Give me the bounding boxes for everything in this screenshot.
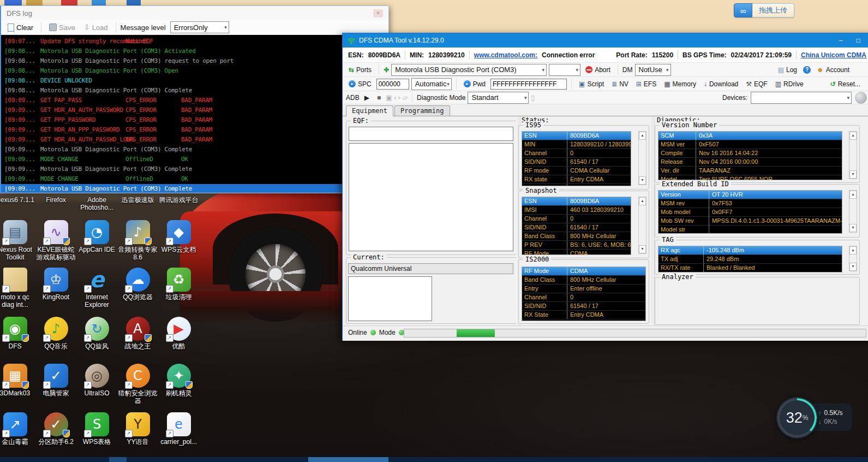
table-row[interactable]: Band Class800 MHz Cellular [522,276,645,285]
table-row[interactable]: EntryEnter offline [522,285,645,293]
current-listbox[interactable] [348,276,432,321]
table-row[interactable]: P REVBS: 6, USE: 6, MOB: 6 [522,241,631,250]
abort-button[interactable]: Abort [583,65,613,75]
carrier-link[interactable]: China Unicom CDMA [801,51,866,59]
cdmatool-link[interactable]: www.cdmatool.com: [474,51,537,59]
log-output[interactable]: [09:07...Update DFS strongly recommended… [1,35,388,193]
desktop-shortcut[interactable]: ✓↗电脑管家 [35,364,76,405]
drag-upload-button[interactable]: ∞ 拖拽上传 [734,3,794,17]
current-value-field[interactable]: Qualcomm Universal [348,263,513,274]
log-entry[interactable]: [09:09...Motorola USB Diagnostic Port (C… [1,145,388,155]
desktop-shortcut[interactable]: ▤↗Nexus Root Toolkit [0,220,35,261]
tag-scrollbar[interactable]: ▲▼ [849,246,857,271]
log-entry[interactable]: [09:09...GET HDR_AN_AUTH_PASSWD_LONGCPS_… [1,135,388,145]
desktop-shortcut[interactable]: ♪↗QQ音乐 [35,317,76,350]
ports-button[interactable]: ⇆ Ports [346,65,374,75]
adb-play-button[interactable]: ▶ [362,93,372,103]
desktop-shortcut[interactable]: ☁↗QQ浏览器 [117,268,158,309]
reset-button[interactable]: ↺ Reset... [828,79,863,89]
desktop-shortcut[interactable]: ♻↗垃圾清理 [158,268,199,309]
maximize-button[interactable]: □ [850,35,866,46]
desktop-shortcut[interactable]: Nexus6 7.1.1 [0,194,35,211]
image-icon[interactable]: ▣ [386,94,392,102]
desktop-shortcut[interactable]: ◆↗WPS云文档 [158,220,199,261]
taskbar-item[interactable] [109,457,127,462]
desktop-shortcut[interactable]: ◉↗DFS [0,317,35,350]
table-row[interactable]: CompileNov 16 2016 14:04:22 [659,149,842,158]
message-level-dropdown[interactable]: ErrorsOnly ▾ [170,21,229,33]
table-row[interactable]: RX agc-105.248 dBm [659,246,842,255]
table-row[interactable]: ModelTest SURF QSC 6055 NOR [659,175,842,180]
port-dropdown[interactable]: Motorola USB Diagnostic Port (COM3) ▾ [391,64,547,76]
dm-dropdown[interactable]: NotUse ▾ [635,64,671,76]
table-row[interactable]: ReleaseNov 04 2016 00:00:00 [659,158,842,167]
phone-copy-icon[interactable]: ▱ [403,94,408,102]
table-row[interactable]: MIN1280399210 / 1280399210 [522,140,631,149]
table-row[interactable]: SCM0x3A [659,132,842,140]
desktop-shortcut[interactable]: Firefox [35,194,76,211]
log-entry[interactable]: [09:08...Motorola USB Diagnostic Port (C… [1,86,388,96]
taskbar[interactable] [0,457,868,462]
download-button[interactable]: ↓ Download [701,79,741,89]
rdrive-button[interactable]: ▥ RDrive [773,79,806,89]
log-button[interactable]: ▤ Log [775,65,800,75]
desktop-shortcut[interactable]: Y↗YY语音 [117,412,158,446]
load-button[interactable]: ⇩ Load [81,23,111,32]
desktop-shortcut[interactable]: A↗战地之王 [117,317,158,350]
table-row[interactable]: Band Class800 MHz Cellular [522,232,631,241]
desktop-shortcut[interactable]: 腾讯游戏平台 [158,194,199,211]
table-row[interactable]: SID/NID61540 / 17 [522,223,631,232]
log-window-titlebar[interactable]: DFS log ✕ [1,6,388,20]
table-row[interactable]: ESN8009BD6A [522,132,631,140]
spc-input[interactable] [376,79,409,90]
log-entry[interactable]: [09:09...MODE CHANGEOfflineDOK [1,174,388,184]
pwd-button[interactable]: ▸ Pwd [461,79,488,89]
log-entry[interactable]: [09:09...GET PAP_PASSCPS_ERRORBAD_PARAM [1,96,388,105]
desktop-shortcut[interactable]: 迅雷极速版 [117,194,158,211]
table-row[interactable]: RX/TX rateBlanked / Blanked [659,264,842,273]
devices-dropdown[interactable]: ▾ [751,92,852,104]
version-scrollbar[interactable]: ▲▼ [849,131,857,179]
usage-gauge[interactable]: 32 % [776,397,818,439]
log-entry[interactable]: [09:09...GET HDR_AN_PPP_PASSWORDCPS_ERRO… [1,125,388,135]
table-row[interactable]: RF ModeCDMA [522,250,631,255]
table-row[interactable]: RX stateEntry CDMA [522,175,631,184]
table-row[interactable]: TX adj29.248 dBm [659,255,842,264]
desktop-shortcut[interactable]: ∿↗KEVE眼镜蛇游戏鼠标驱动 [35,220,76,261]
table-row[interactable]: SID/NID61540 / 17 [522,302,645,311]
table-row[interactable]: Channel0 [522,293,645,302]
table-row[interactable]: Channel0 [522,149,631,158]
desktop-shortcut[interactable]: ◎↗UltraISO [76,364,117,405]
desktop-shortcut[interactable]: ↗↗金山毒霸 [0,412,35,446]
adb-stop-button[interactable]: ■ [374,93,384,103]
table-row[interactable]: EntryEnter offline [522,184,631,186]
tab-programming[interactable]: Programming [394,105,450,116]
log-entry[interactable]: [09:09...Motorola USB Diagnostic Port (C… [1,164,388,174]
desktop-shortcut[interactable]: ✓↗分区助手6.2 [35,412,76,446]
desktop-shortcut[interactable]: C↗猎豹安全浏览器 [117,364,158,405]
table-row[interactable]: RF ModeCDMA [522,267,645,276]
eqf-button[interactable]: ⚒ EQF [743,79,770,89]
nv-button[interactable]: ≣ NV [609,79,631,89]
clear-button[interactable]: Clear [4,23,37,32]
panel-splitter[interactable] [650,116,655,325]
table-row[interactable]: IMSI460 03 1280399210 [522,206,631,215]
desktop-shortcut[interactable]: ♔↗KingRoot [35,268,76,309]
undo-redo-icon[interactable]: ‹ › [394,94,400,102]
table-row[interactable]: Model str [659,226,842,234]
spc-button[interactable]: ▸ SPC [346,79,374,89]
cdma-titlebar[interactable]: DFS CDMA Tool v.14.12.29.0 – □ ✕ [343,33,868,48]
desktop-shortcut[interactable]: ▶↗优酷 [158,317,199,350]
taskbar-item[interactable] [308,457,388,462]
desktop-shortcut[interactable]: S↗WPS表格 [76,412,117,446]
tab-equipment[interactable]: Equipment [346,105,393,116]
spc-mode-dropdown[interactable]: Automatic ▾ [411,78,452,90]
table-row[interactable]: Mob model0x0FF7 [659,208,842,217]
log-entry[interactable]: [09:08...Motorola USB Diagnostic Port (C… [1,46,388,56]
memory-button[interactable]: ▦ Memory [661,79,699,89]
snapshot-scrollbar[interactable]: ▲▼ [638,197,646,254]
log-entry[interactable]: [09:08...Motorola USB Diagnostic Port (C… [1,66,388,76]
eqf-list[interactable] [349,143,513,251]
pwd-input[interactable] [490,79,567,90]
desktop-shortcut[interactable]: ▦↗3DMark03 [0,364,35,405]
